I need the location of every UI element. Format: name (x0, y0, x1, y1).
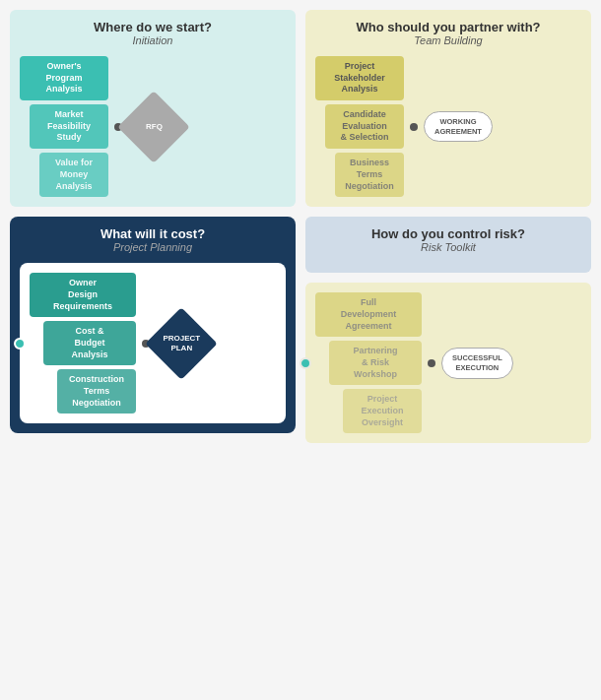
team-building-steps: ProjectStakeholderAnalysis CandidateEval… (315, 56, 404, 197)
bottom-row: What will it cost? Project Planning Owne… (10, 217, 591, 443)
top-row: Where do we start? Initiation Owner'sPro… (10, 10, 591, 207)
working-agreement-pill: WORKINGAGREEMENT (424, 111, 493, 143)
initiation-subtitle: Initiation (20, 34, 286, 46)
team-building-panel: Who should you partner with? Team Buildi… (305, 10, 591, 207)
team-building-question: Who should you partner with? (315, 20, 581, 34)
initiation-header: Where do we start? Initiation (20, 20, 286, 46)
step-owner-design: OwnerDesignRequirements (30, 273, 136, 317)
project-planning-panel: What will it cost? Project Planning Owne… (10, 217, 296, 433)
team-building-flow: ProjectStakeholderAnalysis CandidateEval… (315, 56, 581, 197)
right-accent-dot (300, 357, 311, 369)
initiation-question: Where do we start? (20, 20, 286, 34)
project-planning-flow: OwnerDesignRequirements Cost &BudgetAnal… (30, 273, 276, 414)
inner-white-panel: OwnerDesignRequirements Cost &BudgetAnal… (20, 263, 286, 423)
project-planning-header: What will it cost? Project Planning (20, 226, 286, 253)
risk-toolkit-panel: How do you control risk? Risk Toolkit (305, 217, 591, 273)
risk-toolkit-question: How do you control risk? (315, 226, 581, 241)
initiation-steps: Owner'sProgramAnalysis MarketFeasibility… (20, 56, 108, 197)
project-planning-section: What will it cost? Project Planning Owne… (10, 217, 296, 443)
project-planning-subtitle: Project Planning (20, 241, 286, 253)
project-plan-diamond: PROJECT PLAN (145, 307, 218, 380)
step-business-terms: BusinessTermsNegotiation (335, 153, 404, 197)
rfq-diamond: RFQ (117, 91, 190, 163)
step-owners-program: Owner'sProgramAnalysis (20, 56, 108, 100)
step-full-development: FullDevelopmentAgreement (315, 292, 422, 337)
step-value-money: Value forMoneyAnalysis (39, 153, 108, 197)
step-candidate: CandidateEvaluation& Selection (325, 104, 404, 149)
initiation-flow: Owner'sProgramAnalysis MarketFeasibility… (20, 56, 286, 197)
team-building-subtitle: Team Building (315, 34, 581, 46)
main-container: Where do we start? Initiation Owner'sPro… (0, 0, 601, 453)
risk-toolkit-header: How do you control risk? Risk Toolkit (315, 226, 581, 253)
connector-dot-4 (428, 359, 435, 367)
risk-toolkit-flow: FullDevelopmentAgreement Partnering& Ris… (315, 292, 581, 433)
project-planning-steps: OwnerDesignRequirements Cost &BudgetAnal… (30, 273, 136, 414)
connector-dot-2 (410, 123, 418, 131)
step-cost-budget: Cost &BudgetAnalysis (43, 321, 136, 365)
risk-toolkit-section: How do you control risk? Risk Toolkit Fu… (305, 217, 591, 443)
risk-toolkit-subtitle: Risk Toolkit (315, 241, 581, 253)
risk-toolkit-flow-panel: FullDevelopmentAgreement Partnering& Ris… (305, 283, 591, 443)
successful-execution-pill: SUCCESSFULEXECUTION (441, 348, 513, 379)
initiation-panel: Where do we start? Initiation Owner'sPro… (10, 10, 296, 207)
risk-toolkit-steps: FullDevelopmentAgreement Partnering& Ris… (315, 292, 422, 433)
team-building-header: Who should you partner with? Team Buildi… (315, 20, 581, 46)
left-accent-dot (14, 338, 26, 350)
rfq-label: RFQ (146, 122, 163, 132)
step-construction-terms: ConstructionTermsNegotiation (57, 369, 136, 414)
step-stakeholder: ProjectStakeholderAnalysis (315, 56, 404, 100)
step-partnering-risk: Partnering& RiskWorkshop (329, 341, 422, 385)
project-plan-label: PROJECT PLAN (156, 334, 207, 352)
step-market-feasibility: MarketFeasibilityStudy (30, 104, 108, 149)
step-project-execution: ProjectExecutionOversight (343, 389, 422, 433)
project-planning-question: What will it cost? (20, 226, 286, 241)
